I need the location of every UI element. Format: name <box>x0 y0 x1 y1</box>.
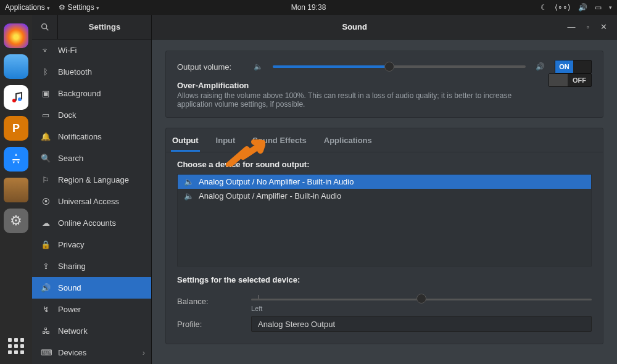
dock-app-music[interactable] <box>4 85 28 110</box>
sidebar-item-label: Network <box>58 326 88 336</box>
balance-left-label: Left <box>251 305 262 312</box>
sidebar-item-label: Power <box>58 305 81 314</box>
sidebar-item-label: Region & Language <box>58 175 129 184</box>
speaker-icon: 🔈 <box>184 177 194 186</box>
sidebar-item-label: Background <box>58 89 101 98</box>
over-amplification-title: Over-Amplification <box>177 81 536 90</box>
balance-slider[interactable]: Left <box>251 292 592 310</box>
lock-icon: 🔒 <box>41 240 51 249</box>
output-device-item[interactable]: 🔈 Analog Output / No Amplifier - Built-i… <box>178 175 591 189</box>
share-icon: ⇪ <box>41 262 51 271</box>
sidebar-item-label: Dock <box>58 110 77 120</box>
sidebar-item-bluetooth[interactable]: ᛒBluetooth <box>32 61 151 83</box>
dock-show-apps[interactable] <box>7 337 25 355</box>
globe-icon: ⚐ <box>41 175 51 184</box>
sidebar-item-devices[interactable]: ⌨Devices› <box>32 342 151 363</box>
battery-status-icon[interactable]: ▭ <box>595 3 602 12</box>
sidebar-item-universal-access[interactable]: ⦿Universal Access <box>32 191 151 212</box>
device-label: Analog Output / No Amplifier - Built-in … <box>199 177 354 186</box>
device-label: Analog Output / Amplifier - Built-in Aud… <box>199 191 341 201</box>
sidebar-item-dock[interactable]: ▭Dock <box>32 104 151 126</box>
sidebar-item-label: Wi-Fi <box>58 46 77 55</box>
sidebar-item-label: Online Accounts <box>58 218 116 228</box>
output-devices-panel: Output Input Sound Effects Applications … <box>165 128 603 344</box>
sidebar-item-sound[interactable]: 🔊Sound <box>32 277 151 299</box>
speaker-high-icon: 🔊 <box>536 62 545 71</box>
dock-icon: ▭ <box>41 110 51 120</box>
sound-tabs: Output Input Sound Effects Applications <box>166 128 603 152</box>
toggle-off-label: OFF <box>568 77 591 84</box>
output-volume-slider[interactable] <box>273 65 526 68</box>
settings-sidebar: ᯤWi-Fi ᛒBluetooth ▣Background ▭Dock 🔔Not… <box>32 39 152 364</box>
sidebar-item-power[interactable]: ↯Power <box>32 299 151 320</box>
speaker-icon: 🔈 <box>184 191 194 201</box>
sidebar-item-label: Sharing <box>58 262 86 271</box>
profile-select[interactable]: Analog Stereo Output <box>251 316 592 332</box>
background-icon: ▣ <box>41 89 51 98</box>
accessibility-icon: ⦿ <box>41 197 51 206</box>
sidebar-item-online-accounts[interactable]: ☁Online Accounts <box>32 212 151 234</box>
sidebar-item-network[interactable]: 🖧Network <box>32 320 151 342</box>
output-device-list: 🔈 Analog Output / No Amplifier - Built-i… <box>177 174 592 267</box>
sidebar-item-wifi[interactable]: ᯤWi-Fi <box>32 39 151 61</box>
tab-output[interactable]: Output <box>171 131 200 152</box>
clock[interactable]: Mon 19:38 <box>291 3 326 12</box>
tab-sound-effects[interactable]: Sound Effects <box>251 131 307 152</box>
current-app-menu[interactable]: ⚙ Settings ▾ <box>59 3 99 12</box>
over-amplification-toggle[interactable]: OFF <box>549 73 592 87</box>
dock-app-disk[interactable] <box>4 178 28 202</box>
sidebar-search-button[interactable] <box>32 15 58 39</box>
network-status-icon[interactable]: ⟨∘∘⟩ <box>555 3 571 12</box>
page-title: Sound <box>152 22 557 31</box>
profile-value: Analog Stereo Output <box>258 320 335 329</box>
titlebar: Settings Sound — ▫ ✕ <box>32 15 617 39</box>
sidebar-item-label: Devices <box>58 348 86 357</box>
system-menu-chevron-icon[interactable]: ▾ <box>609 4 612 10</box>
cloud-icon: ☁ <box>41 218 51 228</box>
dock-app-presentation[interactable]: P <box>4 116 28 141</box>
output-volume-toggle[interactable]: ON <box>555 60 592 73</box>
network-icon: 🖧 <box>41 326 51 336</box>
system-topbar: Applications ▾ ⚙ Settings ▾ Mon 19:38 ☾ … <box>0 0 617 15</box>
dock-app-settings[interactable]: ⚙ <box>4 209 28 233</box>
output-device-item[interactable]: 🔈 Analog Output / Amplifier - Built-in A… <box>178 189 591 203</box>
choose-output-device-label: Choose a device for sound output: <box>177 160 592 169</box>
sidebar-item-search[interactable]: 🔍Search <box>32 147 151 169</box>
tab-applications[interactable]: Applications <box>323 131 373 152</box>
svg-point-2 <box>41 23 46 28</box>
speaker-icon: 🔊 <box>41 283 51 292</box>
sidebar-item-notifications[interactable]: 🔔Notifications <box>32 126 151 147</box>
night-mode-icon[interactable]: ☾ <box>540 3 547 12</box>
sidebar-item-sharing[interactable]: ⇪Sharing <box>32 255 151 277</box>
search-icon <box>40 22 50 32</box>
dock-app-finder[interactable] <box>4 54 28 79</box>
sidebar-item-privacy[interactable]: 🔒Privacy <box>32 234 151 255</box>
dock-app-firefox[interactable] <box>4 23 28 48</box>
bluetooth-icon: ᛒ <box>41 67 51 77</box>
sidebar-item-label: Universal Access <box>58 197 119 206</box>
volume-status-icon[interactable]: 🔊 <box>578 3 587 12</box>
tab-input[interactable]: Input <box>215 131 237 152</box>
window-close-button[interactable]: ✕ <box>600 22 607 31</box>
dock-app-appstore[interactable] <box>4 147 28 172</box>
bell-icon: 🔔 <box>41 132 51 141</box>
sidebar-item-label: Sound <box>58 283 81 292</box>
sidebar-item-region[interactable]: ⚐Region & Language <box>32 169 151 191</box>
sidebar-item-label: Bluetooth <box>58 67 92 77</box>
chevron-right-icon: › <box>143 348 145 357</box>
window-minimize-button[interactable]: — <box>567 22 575 31</box>
sidebar-item-label: Notifications <box>58 132 102 141</box>
search-icon: 🔍 <box>41 154 51 163</box>
selected-device-settings-label: Settings for the selected device: <box>177 275 592 284</box>
sidebar-item-background[interactable]: ▣Background <box>32 83 151 104</box>
sound-panel: Output volume: 🔈 🔊 ON <box>152 39 617 364</box>
applications-menu[interactable]: Applications ▾ <box>5 3 50 12</box>
toggle-on-label: ON <box>555 60 573 73</box>
over-amplification-description: Allows raising the volume above 100%. Th… <box>177 91 535 109</box>
window-maximize-button[interactable]: ▫ <box>586 22 589 31</box>
sidebar-title: Settings <box>58 15 152 39</box>
output-volume-label: Output volume: <box>177 62 244 72</box>
power-icon: ↯ <box>41 305 51 314</box>
output-volume-panel: Output volume: 🔈 🔊 ON <box>165 51 603 118</box>
profile-label: Profile: <box>177 320 251 329</box>
